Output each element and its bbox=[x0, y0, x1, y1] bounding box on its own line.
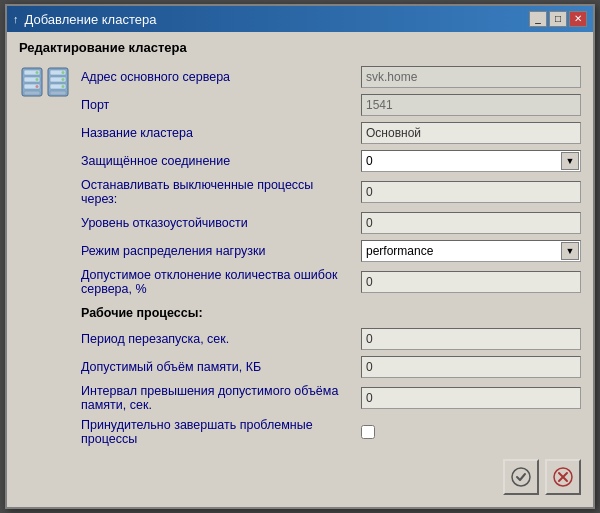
checkbox-wrapper-force-terminate bbox=[361, 425, 375, 439]
maximize-button[interactable]: □ bbox=[549, 11, 567, 27]
section-header: Редактирование кластера bbox=[19, 40, 581, 55]
form-row-fault-tolerance: Уровень отказоустойчивости bbox=[81, 209, 581, 237]
label-stop-interval: Останавливать выключенные процессы через… bbox=[81, 178, 361, 206]
svg-point-14 bbox=[62, 85, 65, 88]
minimize-button[interactable]: _ bbox=[529, 11, 547, 27]
cancel-icon bbox=[552, 466, 574, 488]
label-load-balance: Режим распределения нагрузки bbox=[81, 244, 361, 258]
svg-rect-15 bbox=[50, 91, 66, 95]
label-memory-interval: Интервал превышения допустимого объёма п… bbox=[81, 384, 361, 412]
form-row-load-balance: Режим распределения нагрузки performance… bbox=[81, 237, 581, 265]
svg-point-12 bbox=[62, 71, 65, 74]
worker-processes-title: Рабочие процессы: bbox=[81, 302, 203, 322]
title-bar-controls: _ □ ✕ bbox=[529, 11, 587, 27]
form-row-error-tolerance: Допустимое отклонение количества ошибок … bbox=[81, 265, 581, 299]
input-restart-period[interactable] bbox=[361, 328, 581, 350]
input-stop-interval[interactable] bbox=[361, 181, 581, 203]
label-cluster-name: Название кластера bbox=[81, 126, 361, 140]
close-button[interactable]: ✕ bbox=[569, 11, 587, 27]
form-row-memory-limit: Допустимый объём памяти, КБ bbox=[81, 353, 581, 381]
window-icon: ↑ bbox=[13, 13, 19, 25]
server-icon-area bbox=[19, 63, 71, 449]
input-port[interactable] bbox=[361, 94, 581, 116]
input-fault-tolerance[interactable] bbox=[361, 212, 581, 234]
select-secure-conn[interactable]: 0 1 bbox=[361, 150, 581, 172]
footer-buttons bbox=[19, 459, 581, 495]
label-memory-limit: Допустимый объём памяти, КБ bbox=[81, 360, 361, 374]
svg-point-4 bbox=[36, 71, 39, 74]
label-port: Порт bbox=[81, 98, 361, 112]
form-row-force-terminate: Принудительно завершать проблемные проце… bbox=[81, 415, 581, 449]
server-icons bbox=[21, 67, 69, 97]
input-memory-interval[interactable] bbox=[361, 387, 581, 409]
ok-icon bbox=[510, 466, 532, 488]
select-wrapper-load-balance: performance memory connections ▼ bbox=[361, 240, 581, 262]
label-restart-period: Период перезапуска, сек. bbox=[81, 332, 361, 346]
svg-point-13 bbox=[62, 78, 65, 81]
form-row-secure-conn: Защищённое соединение 0 1 ▼ bbox=[81, 147, 581, 175]
label-error-tolerance: Допустимое отклонение количества ошибок … bbox=[81, 268, 361, 296]
input-cluster-name[interactable] bbox=[361, 122, 581, 144]
ok-button[interactable] bbox=[503, 459, 539, 495]
svg-point-5 bbox=[36, 78, 39, 81]
form-row-server-address: Адрес основного сервера bbox=[81, 63, 581, 91]
window-title: Добавление кластера bbox=[25, 12, 157, 27]
title-bar: ↑ Добавление кластера _ □ ✕ bbox=[7, 6, 593, 32]
select-wrapper-secure-conn: 0 1 ▼ bbox=[361, 150, 581, 172]
form-row-worker-title: Рабочие процессы: bbox=[81, 299, 581, 325]
checkbox-force-terminate[interactable] bbox=[361, 425, 375, 439]
form-row-stop-interval: Останавливать выключенные процессы через… bbox=[81, 175, 581, 209]
label-fault-tolerance: Уровень отказоустойчивости bbox=[81, 216, 361, 230]
form-row-port: Порт bbox=[81, 91, 581, 119]
content-area: Адрес основного сервера Порт Название кл… bbox=[19, 63, 581, 449]
label-force-terminate: Принудительно завершать проблемные проце… bbox=[81, 418, 361, 446]
label-server-address: Адрес основного сервера bbox=[81, 70, 361, 84]
form-row-restart-period: Период перезапуска, сек. bbox=[81, 325, 581, 353]
svg-point-6 bbox=[36, 85, 39, 88]
server-icon-2 bbox=[47, 67, 69, 97]
cancel-button[interactable] bbox=[545, 459, 581, 495]
form-area: Адрес основного сервера Порт Название кл… bbox=[81, 63, 581, 449]
select-load-balance[interactable]: performance memory connections bbox=[361, 240, 581, 262]
label-secure-conn: Защищённое соединение bbox=[81, 154, 361, 168]
title-bar-left: ↑ Добавление кластера bbox=[13, 12, 156, 27]
server-icon-1 bbox=[21, 67, 43, 97]
main-window: ↑ Добавление кластера _ □ ✕ Редактирован… bbox=[5, 4, 595, 509]
svg-point-16 bbox=[512, 468, 530, 486]
input-error-tolerance[interactable] bbox=[361, 271, 581, 293]
input-server-address[interactable] bbox=[361, 66, 581, 88]
svg-rect-7 bbox=[24, 91, 40, 95]
window-body: Редактирование кластера bbox=[7, 32, 593, 507]
input-memory-limit[interactable] bbox=[361, 356, 581, 378]
form-row-memory-interval: Интервал превышения допустимого объёма п… bbox=[81, 381, 581, 415]
form-row-cluster-name: Название кластера bbox=[81, 119, 581, 147]
